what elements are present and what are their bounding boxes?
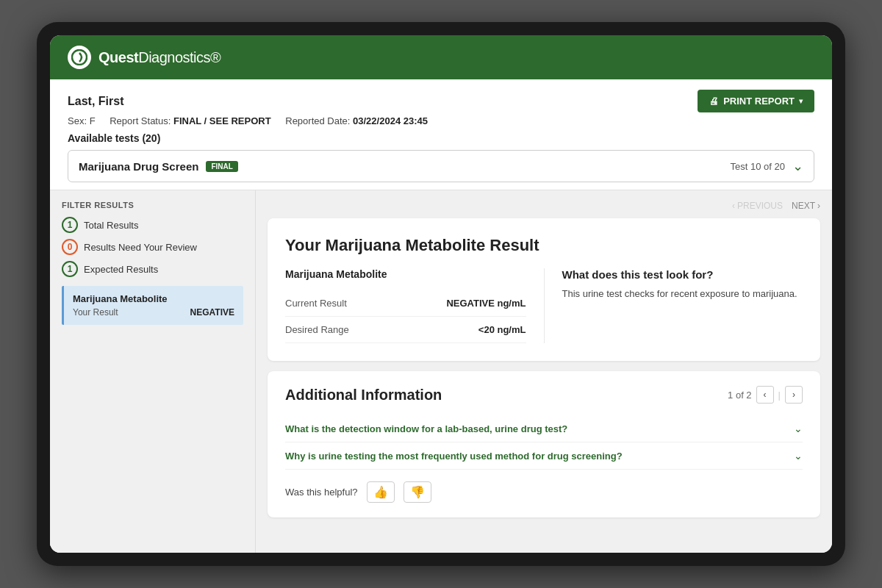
sidebar-result-name: Marijuana Metabolite [73,293,234,304]
total-results-label: Total Results [84,220,138,231]
faq-question-2: Why is urine testing the most frequently… [285,451,623,462]
logo-icon [68,46,91,69]
filter-sidebar: FILTER RESULTS 1 Total Results 0 Results… [50,190,256,553]
result-card-title: Your Marijuana Metabolite Result [285,236,803,255]
sidebar-result-row: Your Result NEGATIVE [73,307,234,318]
result-details-right: What does this test look for? This urine… [562,268,803,343]
chevron-left-icon: ‹ [732,201,735,211]
faq-item-2[interactable]: Why is urine testing the most frequently… [285,442,803,470]
pagination-counter: 1 of 2 [728,390,752,401]
current-result-label: Current Result [285,298,347,309]
test-name: Marijuana Drug Screen [79,160,198,173]
additional-info-header: Additional Information 1 of 2 ‹ | › [285,386,803,404]
chevron-down-icon: ▾ [799,97,803,105]
pagination-row: 1 of 2 ‹ | › [728,386,803,404]
patient-name: Last, First [68,95,123,108]
faq-chevron-2-icon: ⌄ [794,450,803,462]
patient-details: Sex: F Report Status: FINAL / SEE REPORT… [68,115,814,126]
what-test-looks-for-desc: This urine test checks for recent exposu… [562,287,803,301]
desired-range-value: <20 ng/mL [478,324,526,335]
faq-item-1[interactable]: What is the detection window for a lab-b… [285,415,803,442]
logo-area: QuestDiagnostics® [68,46,220,69]
printer-icon: 🖨 [709,96,719,107]
helpful-label: Was this helpful? [285,487,358,498]
filter-results-label: FILTER RESULTS [62,201,243,209]
your-result-label: Your Result [73,307,118,318]
next-button[interactable]: NEXT › [792,201,820,211]
result-details-left: Marijuana Metabolite Current Result NEGA… [285,268,545,343]
additional-info-card: Additional Information 1 of 2 ‹ | › What… [268,371,820,517]
logo-text: QuestDiagnostics® [98,49,220,66]
svg-point-0 [72,50,87,65]
desired-range-row: Desired Range <20 ng/mL [285,317,526,343]
faq-question-1: What is the detection window for a lab-b… [285,423,567,434]
final-badge: FINAL [206,161,237,172]
sidebar-result-item[interactable]: Marijuana Metabolite Your Result NEGATIV… [62,286,243,325]
available-tests-label: Available tests (20) [68,132,814,144]
expected-results-label: Expected Results [84,264,158,275]
filter-expected-results[interactable]: 1 Expected Results [62,261,243,277]
result-card-body: Marijuana Metabolite Current Result NEGA… [285,268,803,343]
current-result-row: Current Result NEGATIVE ng/mL [285,290,526,317]
needs-review-badge: 0 [62,239,78,255]
desired-range-label: Desired Range [285,324,349,335]
thumbs-down-button[interactable]: 👎 [404,481,431,503]
pagination-prev-button[interactable]: ‹ [756,386,774,404]
needs-review-label: Results Need Your Review [84,242,197,253]
pagination-next-button[interactable]: › [785,386,803,404]
additional-info-title: Additional Information [285,387,442,404]
navigation-row: ‹ PREVIOUS NEXT › [268,201,820,211]
dropdown-arrow-icon: ⌄ [792,158,803,174]
result-card: Your Marijuana Metabolite Result Marijua… [268,218,820,361]
main-content: FILTER RESULTS 1 Total Results 0 Results… [50,190,832,553]
helpful-row: Was this helpful? 👍 👎 [285,481,803,503]
result-section-title: Marijuana Metabolite [285,268,526,280]
app-header: QuestDiagnostics® [50,35,832,79]
filter-total-results[interactable]: 1 Total Results [62,217,243,233]
total-results-badge: 1 [62,217,78,233]
faq-chevron-1-icon: ⌄ [794,423,803,434]
expected-results-badge: 1 [62,261,78,277]
thumbs-up-button[interactable]: 👍 [367,481,395,503]
current-result-value: NEGATIVE ng/mL [446,298,526,309]
chevron-right-icon: › [817,201,820,211]
what-test-looks-for-title: What does this test look for? [562,268,803,281]
patient-info-bar: Last, First 🖨 PRINT REPORT ▾ Sex: F Repo… [50,79,832,190]
content-panel: ‹ PREVIOUS NEXT › Your Marijuana Metabol… [256,190,832,553]
your-result-value: NEGATIVE [190,307,234,318]
filter-needs-review[interactable]: 0 Results Need Your Review [62,239,243,255]
test-selector-dropdown[interactable]: Marijuana Drug Screen FINAL Test 10 of 2… [68,150,814,182]
test-counter: Test 10 of 20 [731,161,785,172]
previous-button[interactable]: ‹ PREVIOUS [732,201,783,211]
print-report-button[interactable]: 🖨 PRINT REPORT ▾ [698,90,814,112]
